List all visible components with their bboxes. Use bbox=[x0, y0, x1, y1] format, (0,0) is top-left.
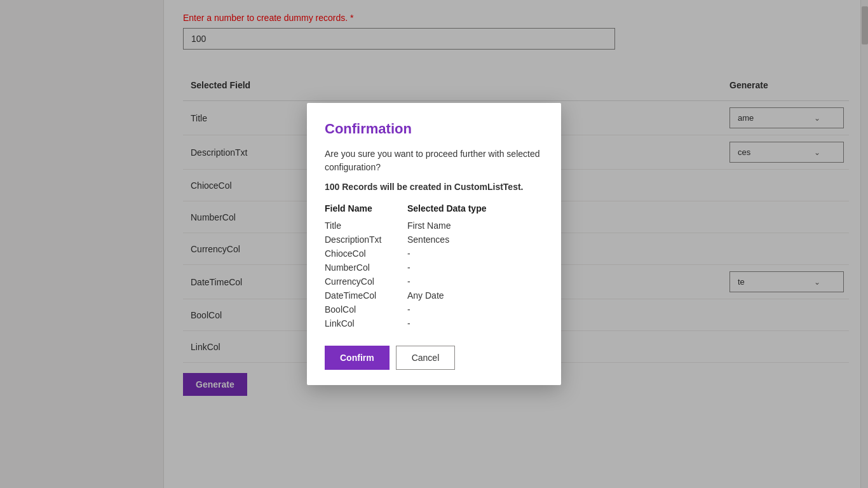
modal-actions: Confirm Cancel bbox=[325, 346, 543, 370]
table-row: TitleFirst Name bbox=[325, 219, 543, 233]
modal-summary: 100 Records will be created in CustomLis… bbox=[325, 182, 543, 192]
table-row: NumberCol- bbox=[325, 261, 543, 274]
col-field-name: Field Name bbox=[325, 201, 407, 219]
table-row: CurrencyCol- bbox=[325, 274, 543, 288]
modal-title: Confirmation bbox=[325, 121, 543, 137]
field-cell: DescriptionTxt bbox=[325, 233, 407, 247]
table-row: ChioceCol- bbox=[325, 247, 543, 261]
field-cell: Title bbox=[325, 219, 407, 233]
datatype-cell: First Name bbox=[407, 219, 543, 233]
field-cell: LinkCol bbox=[325, 316, 407, 330]
field-cell: CurrencyCol bbox=[325, 274, 407, 288]
confirmation-modal: Confirmation Are you sure you want to pr… bbox=[307, 103, 561, 385]
datatype-cell: - bbox=[407, 302, 543, 316]
table-row: DateTimeColAny Date bbox=[325, 288, 543, 302]
datatype-cell: - bbox=[407, 261, 543, 274]
datatype-cell: - bbox=[407, 247, 543, 261]
datatype-cell: - bbox=[407, 274, 543, 288]
field-cell: DateTimeCol bbox=[325, 288, 407, 302]
field-cell: ChioceCol bbox=[325, 247, 407, 261]
confirm-button[interactable]: Confirm bbox=[325, 346, 390, 370]
table-row: LinkCol- bbox=[325, 316, 543, 330]
field-cell: NumberCol bbox=[325, 261, 407, 274]
cancel-button[interactable]: Cancel bbox=[396, 346, 456, 370]
datatype-cell: Sentences bbox=[407, 233, 543, 247]
modal-overlay: Confirmation Are you sure you want to pr… bbox=[0, 0, 868, 488]
col-selected-datatype: Selected Data type bbox=[407, 201, 543, 219]
field-cell: BoolCol bbox=[325, 302, 407, 316]
table-row: BoolCol- bbox=[325, 302, 543, 316]
table-row: DescriptionTxtSentences bbox=[325, 233, 543, 247]
datatype-cell: Any Date bbox=[407, 288, 543, 302]
datatype-cell: - bbox=[407, 316, 543, 330]
modal-data-table: Field Name Selected Data type TitleFirst… bbox=[325, 201, 543, 330]
modal-question: Are you sure you want to proceed further… bbox=[325, 147, 543, 174]
